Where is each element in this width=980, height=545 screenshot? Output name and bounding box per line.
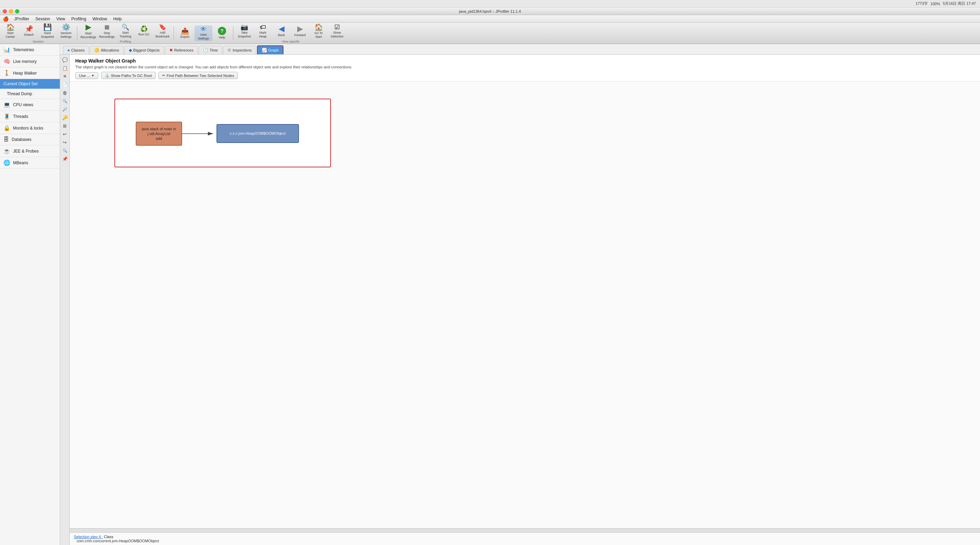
content-body: 💬 📋 ✖ 📄 🗑 🔍 🔎 🔑 ⊞ ↩ ↪ 🔍 📌 Heap Walker Ob… [60, 55, 980, 545]
horizontal-scrollbar[interactable] [70, 528, 980, 532]
grid-icon-btn[interactable]: ⊞ [61, 122, 69, 130]
apple-menu[interactable]: 🍎 [3, 16, 9, 22]
icon-bar: 💬 📋 ✖ 📄 🗑 🔍 🔎 🔑 ⊞ ↩ ↪ 🔍 📌 [60, 55, 70, 545]
take-snapshot-button[interactable]: 📷 TakeSnapshot [235, 23, 253, 39]
graph-tab-label: Graph [268, 48, 279, 52]
close-button[interactable] [3, 9, 7, 13]
add-bookmark-button[interactable]: 🔖 AddBookmark [154, 23, 172, 39]
threads-label: Threads [13, 114, 28, 119]
list-icon-btn[interactable]: 📋 [61, 64, 69, 72]
detach-button[interactable]: 📌 Detach [20, 23, 38, 39]
sidebar-item-monitors-locks[interactable]: 🔒 Monitors & locks [0, 122, 60, 134]
find-path-button[interactable]: ✏ Find Path Between Two Selected Nodes [158, 72, 238, 79]
use-button[interactable]: Use ... ▼ [75, 72, 98, 79]
menu-view[interactable]: View [54, 16, 68, 22]
node-heap-oom[interactable]: c.c.c.jvm.HeapOOM$OOMObject [216, 124, 299, 143]
export-icon: 📤 [181, 27, 189, 34]
tab-time[interactable]: 🕐 Time [199, 46, 222, 54]
view-settings-label: ViewSettings [198, 33, 209, 41]
tab-graph[interactable]: 📈 Graph [257, 45, 284, 54]
graph-title: Heap Walker Object Graph [75, 58, 975, 64]
telemetries-label: Telemetries [13, 48, 34, 52]
start-tracking-button[interactable]: 🔍 StartTracking [116, 23, 134, 39]
show-selection-button[interactable]: ☑ ShowSelection [328, 23, 346, 39]
redo-icon-btn[interactable]: ↪ [61, 138, 69, 146]
traffic-lights [3, 9, 19, 13]
stop-recordings-button[interactable]: ⏹ StopRecordings [98, 23, 116, 39]
start-recordings-button[interactable]: ▶ StartRecordings [80, 23, 97, 39]
export-button[interactable]: 📤 Export [176, 25, 194, 41]
time-tab-label: Time [210, 48, 218, 52]
tab-allocations[interactable]: 🟡 Allocations [90, 46, 123, 54]
show-paths-button[interactable]: ⚓ Show Paths To GC Root [101, 72, 156, 79]
sidebar-item-telemetries[interactable]: 📊 Telemetries [0, 44, 60, 56]
go-to-start-button[interactable]: 🏠 Go ToStart [310, 23, 328, 39]
sidebar-item-heap-walker[interactable]: 🚶 Heap Walker [0, 67, 60, 79]
stop-recordings-label: StopRecordings [99, 31, 115, 39]
back-button[interactable]: ◀ Back [272, 23, 290, 39]
zoom-out-icon-btn[interactable]: 🔎 [61, 105, 69, 113]
menu-session[interactable]: Session [33, 16, 53, 22]
close-icon-btn[interactable]: ✖ [61, 73, 69, 80]
key-icon-btn[interactable]: 🔑 [61, 114, 69, 121]
search-icon-btn[interactable]: 🔍 [61, 147, 69, 154]
document-icon-btn[interactable]: 📄 [61, 81, 69, 88]
toolbar-group-view-specific: 📷 TakeSnapshot 🏷 MarkHeap ◀ Back ▶ Forwa… [235, 23, 346, 43]
save-snapshot-button[interactable]: 💾 SaveSnapshot [38, 23, 56, 39]
trash-icon-btn[interactable]: 🗑 [61, 89, 69, 97]
zoom-in-icon-btn[interactable]: 🔍 [61, 97, 69, 105]
add-bookmark-label: AddBookmark [156, 31, 170, 38]
pin-icon-btn[interactable]: 📌 [61, 155, 69, 162]
detach-label: Detach [24, 33, 34, 37]
tab-inspections[interactable]: ⚙ Inspections [223, 46, 256, 54]
go-to-start-icon: 🏠 [314, 24, 323, 30]
show-paths-label: Show Paths To GC Root [111, 73, 152, 78]
mark-heap-button[interactable]: 🏷 MarkHeap [254, 23, 272, 39]
mac-statusbar: 1773字 100% 5月16日 周日 17:47 [0, 0, 980, 8]
menu-window[interactable]: Window [90, 16, 110, 22]
selection-step-link[interactable]: Selection step 4 : [74, 535, 103, 539]
minimize-button[interactable] [9, 9, 13, 13]
export-label: Export [180, 35, 189, 39]
bottom-panel: Selection step 4 : Class com.cmh.concurr… [70, 532, 980, 545]
titlebar: java_pid1364.hprof – JProfiler 11.1.4 [0, 8, 980, 15]
node-java-stack[interactable]: java stack of main in j.util.ArrayList a… [136, 122, 182, 146]
session-settings-button[interactable]: ⚙️ SessionSettings [57, 23, 75, 39]
view-settings-button[interactable]: 👁 ViewSettings [194, 25, 212, 41]
sidebar-item-cpu-views[interactable]: 💻 CPU views [0, 99, 60, 111]
start-center-button[interactable]: 🏠 StartCenter [2, 23, 19, 39]
sidebar-item-live-memory[interactable]: 🧠 Live memory [0, 56, 60, 67]
menu-jprofiler[interactable]: JProfiler [11, 16, 32, 22]
menubar: 🍎 JProfiler Session View Profiling Windo… [0, 15, 980, 23]
toolbar-group-session: 🏠 StartCenter 📌 Detach 💾 SaveSnapshot ⚙️… [2, 23, 75, 43]
menu-profiling[interactable]: Profiling [69, 16, 89, 22]
graph-canvas[interactable]: java stack of main in j.util.ArrayList a… [70, 81, 980, 532]
tab-references[interactable]: ✖ References [165, 46, 198, 54]
cpu-views-icon: 💻 [3, 102, 10, 108]
menu-help[interactable]: Help [111, 16, 125, 22]
start-recordings-label: StartRecordings [80, 32, 96, 39]
current-object-set-label: Current Object Set [3, 81, 37, 86]
sidebar-item-mbeans[interactable]: 🌐 MBeans [0, 157, 60, 169]
sidebar-item-threads[interactable]: 🧵 Threads [0, 111, 60, 122]
sidebar-item-jee-probes[interactable]: ☕ JEE & Probes [0, 145, 60, 157]
undo-icon-btn[interactable]: ↩ [61, 130, 69, 138]
help-button[interactable]: ? Help [213, 25, 231, 41]
references-tab-label: References [174, 48, 194, 52]
mark-heap-label: MarkHeap [259, 31, 267, 38]
tab-classes[interactable]: ● Classes [63, 46, 89, 54]
sidebar-item-current-object-set[interactable]: Current Object Set [0, 79, 60, 89]
time-tab-icon: 🕐 [203, 48, 208, 52]
start-tracking-icon: 🔍 [122, 24, 129, 30]
inspections-tab-label: Inspections [232, 48, 252, 52]
tabs-bar: ● Classes 🟡 Allocations ◆ Biggest Object… [60, 44, 980, 55]
use-dropdown-icon: ▼ [91, 74, 94, 77]
run-gc-button[interactable]: ♻️ Run GC [135, 23, 153, 39]
comment-icon-btn[interactable]: 💬 [61, 56, 69, 64]
tab-biggest-objects[interactable]: ◆ Biggest Objects [124, 46, 164, 54]
forward-button[interactable]: ▶ Forward [291, 23, 309, 39]
take-snapshot-icon: 📷 [240, 24, 248, 30]
sidebar-item-databases[interactable]: 🗄 Databases [0, 134, 60, 145]
sidebar-item-thread-dump[interactable]: Thread Dump [0, 89, 60, 99]
fullscreen-button[interactable] [15, 9, 19, 13]
